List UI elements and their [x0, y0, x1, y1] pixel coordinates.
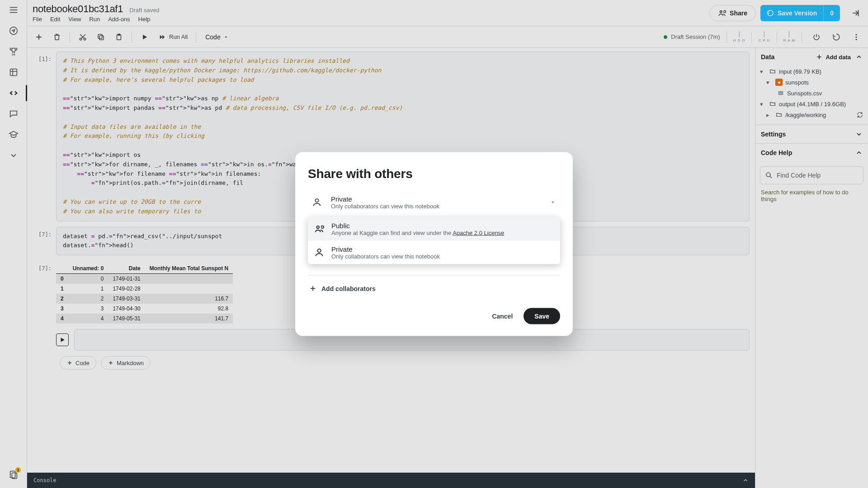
license-link[interactable]: Apache 2.0 License [453, 230, 504, 236]
privacy-option-public[interactable]: Public Anyone at Kaggle can find and vie… [308, 217, 560, 241]
privacy-option-private[interactable]: Private Only collaborators can view this… [308, 241, 560, 264]
save-button[interactable]: Save [524, 308, 560, 324]
privacy-select[interactable]: Private Only collaborators can view this… [308, 192, 560, 213]
modal-title: Share with others [308, 167, 560, 181]
add-collaborators-button[interactable]: Add collaborators [308, 283, 560, 295]
person-icon [314, 248, 324, 258]
modal-divider [308, 275, 560, 276]
svg-point-17 [317, 226, 320, 229]
plus-icon [309, 285, 317, 293]
people-icon [314, 224, 324, 234]
person-icon [312, 197, 324, 207]
cancel-button[interactable]: Cancel [489, 308, 515, 324]
privacy-dropdown: Public Anyone at Kaggle can find and vie… [308, 217, 560, 264]
share-modal: Share with others Private Only collabora… [295, 152, 573, 336]
svg-point-18 [317, 249, 321, 252]
dropdown-icon [550, 199, 556, 206]
svg-point-16 [315, 199, 318, 202]
